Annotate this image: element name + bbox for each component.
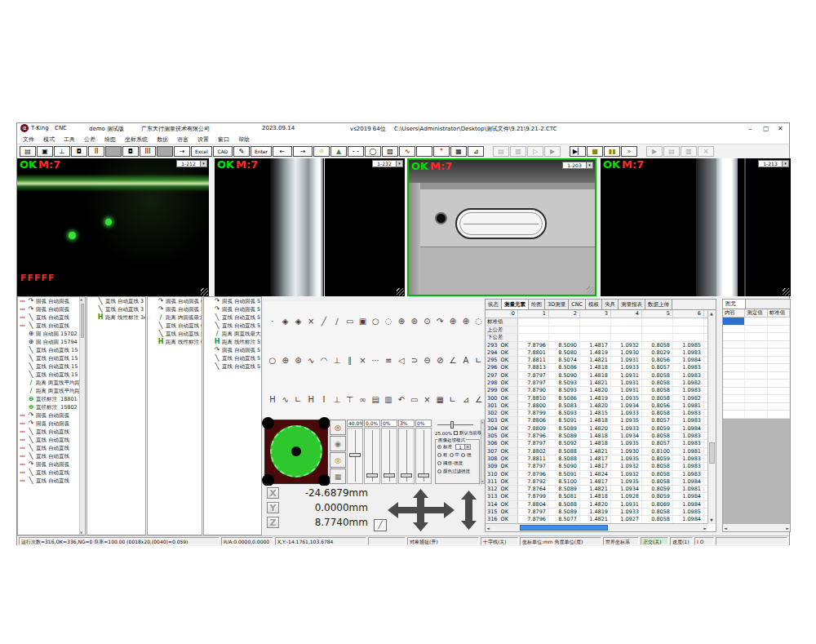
feature-item[interactable]: ***↷圆弧自动圆弧 [18, 305, 85, 313]
toolbar-print-button[interactable]: ▥ [681, 146, 697, 157]
feature-item[interactable]: ↷圆弧自动圆弧5 [204, 346, 261, 354]
object-snap-toggle[interactable]: 对象捕捉(开) [407, 537, 479, 545]
toolbar-save-2-button[interactable]: ▤ [493, 146, 509, 157]
table-tab-4[interactable]: 3D测量 [545, 300, 569, 309]
light-slider-5[interactable]: 0% [415, 420, 432, 484]
table-row[interactable]: 298 OK7.87978.50931.48211.09310.80581.09… [486, 380, 716, 387]
menu-item-4[interactable]: 公差 [84, 135, 95, 144]
feature-item[interactable]: ⊕圆自动圆15794 [18, 338, 85, 346]
menu-item-6[interactable]: 坐标系统 [125, 135, 148, 144]
toolbar-save-3-button[interactable]: ▤ [663, 146, 680, 157]
toolbar-play-to-end-button[interactable]: ▶▏ [570, 146, 586, 157]
menu-item-7[interactable]: 数据 [157, 135, 168, 144]
feature-item[interactable]: ╲直线自动直线5 [148, 330, 202, 338]
resize-handle-icon[interactable] [783, 288, 790, 295]
zoom-slider-track[interactable] [437, 424, 473, 425]
feature-item[interactable]: ╲直线自动直线15 [18, 346, 85, 354]
toolbar-gray-2-button[interactable] [157, 146, 173, 157]
feature-item[interactable]: ╲直线自动直线3 [87, 297, 145, 305]
crosshair-toggle[interactable]: 十字线(关) [481, 537, 518, 545]
tool-icon-r3-5[interactable]: I [317, 395, 330, 404]
toolbar-shield-2-button[interactable]: ◘ [122, 146, 139, 157]
scrollbar[interactable] [79, 297, 85, 535]
toolbar-move-right-button[interactable]: → [174, 146, 190, 157]
toolbar-probe-button[interactable]: ⊥ [54, 146, 70, 157]
radio-threshold[interactable] [437, 461, 441, 465]
light-source-button-2[interactable]: ◉ [330, 436, 346, 451]
table-row[interactable]: 299 OK7.87908.50931.48201.09310.80581.09… [486, 387, 716, 394]
maximize-button[interactable]: ▢ [758, 123, 771, 133]
tool-icon-r3-15[interactable]: ∟ [446, 395, 459, 404]
table-row[interactable]: 308 OK7.88118.50881.48171.09350.80591.09… [486, 455, 716, 463]
toolbar-image-button[interactable]: ▲ [330, 146, 347, 157]
feature-item[interactable]: ∕距离两直线平均距 [18, 379, 85, 387]
toolbar-save-button[interactable]: ▤ [20, 146, 36, 157]
feature-item[interactable]: ∕距离两直线最大距 [204, 330, 261, 338]
slider-track[interactable] [347, 428, 363, 484]
slider-track[interactable] [398, 428, 415, 484]
tool-icon-r2-4[interactable]: ∿ [304, 356, 317, 365]
table-row[interactable]: 303 OK7.88068.50911.48181.09350.80571.09… [486, 417, 716, 424]
tool-icon-r1-11[interactable]: ⊕ [395, 317, 408, 326]
table-row[interactable]: 305 OK7.87968.50891.48181.09340.80581.09… [486, 433, 716, 440]
tool-icon-r1-7[interactable]: ▭ [344, 317, 357, 326]
horizontal-scrollbar[interactable] [486, 523, 707, 531]
toolbar-pattern-button[interactable]: ▨ [382, 146, 398, 157]
tool-icon-r3-7[interactable]: ⊤ [344, 395, 357, 404]
slider-thumb[interactable] [349, 453, 361, 457]
light-slider-1[interactable]: 40.0% [347, 420, 363, 484]
radio-color-filter[interactable] [437, 469, 441, 473]
toolbar-excel-button[interactable]: Excel [191, 146, 212, 157]
menu-item-8[interactable]: 语言 [177, 135, 188, 144]
table-tab-8[interactable]: 测量报表 [619, 300, 645, 309]
light-slider-4[interactable]: 3% [398, 420, 415, 484]
units-indicator[interactable]: 坐标单位:mm 角度单位(度) [520, 537, 601, 545]
light-ring-active[interactable] [270, 425, 322, 477]
feature-item[interactable]: ╲直线自动直线3 [87, 305, 145, 313]
element-row[interactable] [723, 349, 790, 357]
element-row[interactable] [723, 333, 790, 341]
horizontal-scrollbar[interactable] [723, 523, 790, 531]
feature-item[interactable]: ***↷圆弧自动圆弧 [18, 420, 85, 428]
toolbar-pause-button[interactable]: ▮▮ [604, 146, 620, 157]
menu-item-10[interactable]: 窗口 [218, 135, 229, 144]
feature-item[interactable]: ***╲直线自动直线 [18, 444, 85, 452]
table-row[interactable]: 307 OK7.88028.50881.48211.09300.81001.09… [486, 448, 716, 455]
tool-icon-r1-5[interactable]: ╱ [317, 317, 330, 326]
zoom-slider-thumb[interactable] [450, 421, 454, 429]
feature-item[interactable]: ↷圆弧自动圆弧5 [204, 297, 261, 305]
feature-item[interactable]: ***╲直线自动直线 [18, 436, 85, 444]
menu-item-3[interactable]: 工具 [64, 135, 75, 144]
menu-item-2[interactable]: 模式 [43, 135, 55, 144]
toolbar-tool-button[interactable]: × [698, 146, 714, 157]
tool-icon-r1-2[interactable]: ◈ [279, 317, 292, 326]
feature-item[interactable]: ***╲直线自动直线 [18, 452, 85, 460]
radio-coarse[interactable] [437, 453, 441, 457]
table-row[interactable]: 310 OK7.87968.50911.48241.09320.80581.09… [486, 471, 716, 478]
tool-icon-r2-3[interactable]: ⊛ [292, 356, 305, 365]
light-slider-2[interactable]: 0.0% [364, 420, 380, 484]
table-row[interactable]: 293 OK7.87968.50901.48171.09320.80581.09… [486, 342, 716, 349]
tool-icon-r1-6[interactable]: ∕ [330, 317, 344, 326]
tool-icon-r3-13[interactable]: × [421, 395, 434, 404]
tool-icon-r1-4[interactable]: × [304, 317, 317, 326]
toolbar-cad-button[interactable]: CAD [213, 146, 233, 157]
feature-item[interactable]: ⊖直径标注15802 [18, 403, 85, 411]
feature-item[interactable]: ╲直线自动直线5 [204, 362, 261, 371]
tool-icon-r2-15[interactable]: ∠ [446, 356, 459, 365]
toolbar-qr-code-button[interactable]: ▦ [450, 146, 467, 157]
slider-thumb[interactable] [366, 473, 378, 477]
radio-strong[interactable] [461, 453, 465, 457]
tool-icon-r1-10[interactable]: ◌ [382, 317, 395, 326]
tool-icon-r1-17[interactable]: ◌ [472, 317, 486, 326]
menu-item-5[interactable]: 绘图 [104, 135, 116, 144]
camera4-lens-select[interactable]: 1-213 [758, 160, 789, 167]
table-row[interactable]: 296 OK7.88138.50861.48181.09330.80571.09… [486, 364, 716, 371]
slider-track[interactable] [381, 428, 397, 484]
table-row[interactable]: 294 OK7.88018.50801.48191.09300.80291.09… [486, 349, 716, 357]
table-row[interactable]: 297 OK7.87978.50901.48181.09310.80581.09… [486, 372, 716, 380]
tool-icon-r1-13[interactable]: ⊙ [421, 317, 434, 326]
element-row[interactable] [723, 357, 790, 365]
tab-element[interactable]: 图元 [723, 300, 746, 309]
toolbar-gray-1-button[interactable] [105, 146, 122, 157]
